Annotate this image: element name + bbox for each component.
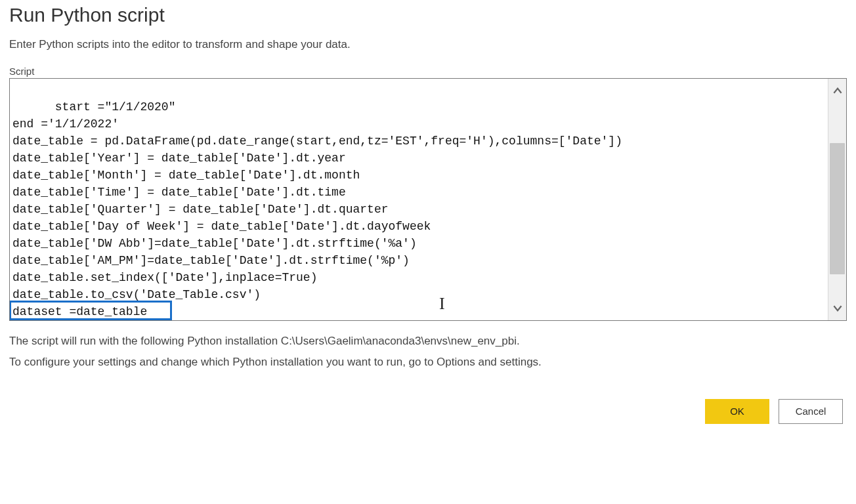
cancel-button[interactable]: Cancel: [779, 399, 843, 424]
script-label: Script: [9, 66, 847, 77]
script-editor-container: start ="1/1/2020" end ='1/1/2022' date_t…: [9, 78, 847, 321]
script-editor[interactable]: start ="1/1/2020" end ='1/1/2022' date_t…: [10, 79, 828, 320]
vertical-scrollbar[interactable]: [828, 79, 846, 320]
dialog-title: Run Python script: [9, 4, 847, 26]
scroll-up-arrow-icon[interactable]: [828, 79, 847, 104]
python-config-info: To configure your settings and change wh…: [9, 354, 847, 371]
dialog-button-row: OK Cancel: [9, 399, 847, 424]
scroll-down-arrow-icon[interactable]: [828, 295, 847, 320]
ok-button[interactable]: OK: [705, 399, 769, 424]
script-content: start ="1/1/2020" end ='1/1/2022' date_t…: [12, 100, 622, 318]
scrollbar-thumb[interactable]: [830, 143, 845, 274]
text-cursor-icon: I: [439, 295, 445, 312]
dialog-subtitle: Enter Python scripts into the editor to …: [9, 38, 847, 51]
scrollbar-track[interactable]: [828, 104, 846, 295]
python-install-info: The script will run with the following P…: [9, 333, 847, 350]
run-python-script-dialog: Run Python script Enter Python scripts i…: [0, 0, 856, 434]
